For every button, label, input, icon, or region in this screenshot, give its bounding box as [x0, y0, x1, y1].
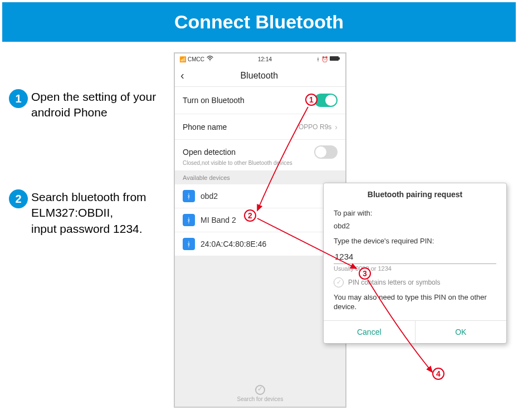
step-badge: 1 — [9, 89, 28, 108]
step-text: Search bluetooth from ELM327:OBDII, inpu… — [31, 189, 170, 237]
bluetooth-status-icon: ᚼ — [316, 56, 320, 62]
annotation-3: 3 — [359, 267, 371, 280]
cancel-button[interactable]: Cancel — [324, 321, 415, 343]
annotation-4: 4 — [432, 368, 444, 380]
row-open-detection[interactable]: Open detection Closed,not visible to oth… — [175, 140, 345, 171]
banner: Connect Bluetooth — [2, 2, 516, 42]
section-available-devices: Available devices — [175, 171, 345, 184]
bluetooth-icon: ᚼ — [183, 238, 195, 250]
carrier-label: CMCC — [188, 56, 204, 62]
bluetooth-toggle[interactable] — [314, 94, 338, 107]
annotation-1: 1 — [305, 94, 317, 106]
row-phone-name[interactable]: Phone name OPPO R9s › — [175, 114, 345, 140]
instruction-step-2: 2 Search bluetooth from ELM327:OBDII, in… — [9, 189, 170, 237]
footer-label: Search for devices — [237, 396, 284, 402]
alarm-icon: ⏰ — [321, 56, 328, 62]
checkbox-label: PIN contains letters or symbols — [348, 279, 440, 286]
step-text: Open the setting of your android Phone — [31, 89, 165, 121]
instruction-step-1: 1 Open the setting of your android Phone — [9, 89, 165, 121]
phone-name-value: OPPO R9s — [299, 123, 331, 131]
checkbox-icon: ✓ — [334, 277, 344, 287]
page-title: Bluetooth — [179, 71, 340, 81]
row-turn-on-bluetooth[interactable]: Turn on Bluetooth — [175, 87, 345, 114]
detection-toggle[interactable] — [314, 145, 338, 159]
pair-device-name: obd2 — [334, 222, 496, 231]
device-mac-address[interactable]: ᚼ 24:0A:C4:80:8E:46 — [175, 232, 345, 256]
clock: 12:14 — [213, 56, 316, 62]
scan-icon — [255, 385, 265, 395]
pin-prompt: Type the device's required PIN: — [334, 237, 496, 246]
svg-rect-0 — [330, 56, 339, 61]
device-name: MI Band 2 — [201, 216, 236, 224]
battery-icon — [330, 56, 341, 62]
pin-hint: Usually 0000 or 1234 — [334, 265, 496, 272]
step-badge: 2 — [9, 189, 28, 208]
device-name: 24:0A:C4:80:8E:46 — [201, 240, 266, 248]
row-subtext: Closed,not visible to other Bluetooth de… — [183, 160, 338, 166]
wifi-icon — [207, 56, 213, 62]
empty-area — [175, 256, 345, 380]
svg-rect-1 — [339, 57, 340, 60]
bluetooth-icon: ᚼ — [183, 190, 195, 202]
nav-header: ‹ Bluetooth — [175, 65, 345, 87]
status-bar: 📶 CMCC 12:14 ᚼ ⏰ — [175, 53, 345, 65]
search-for-devices[interactable]: Search for devices — [175, 380, 345, 407]
pair-with-label: To pair with: — [334, 209, 496, 218]
banner-title: Connect Bluetooth — [174, 11, 344, 32]
pin-letters-checkbox[interactable]: ✓ PIN contains letters or symbols — [334, 277, 496, 287]
pin-input[interactable]: 1234 — [334, 250, 496, 264]
device-obd2[interactable]: ᚼ obd2 — [175, 184, 345, 208]
chevron-right-icon: › — [335, 123, 338, 131]
row-label: Open detection — [183, 148, 314, 157]
row-label: Phone name — [183, 123, 299, 131]
device-mi-band-2[interactable]: ᚼ MI Band 2 — [175, 208, 345, 232]
dialog-title: Bluetooth pairing request — [324, 183, 506, 203]
pairing-dialog: Bluetooth pairing request To pair with: … — [323, 183, 507, 344]
device-name: obd2 — [201, 192, 218, 201]
ok-button[interactable]: OK — [415, 321, 507, 343]
row-label: Turn on Bluetooth — [183, 96, 314, 105]
annotation-2: 2 — [244, 209, 256, 222]
phone-frame: 📶 CMCC 12:14 ᚼ ⏰ ‹ Bluetooth Turn on Blu… — [174, 52, 346, 408]
dialog-note: You may also need to type this PIN on th… — [334, 293, 496, 312]
bluetooth-icon: ᚼ — [183, 214, 195, 226]
signal-icon: 📶 — [179, 56, 186, 62]
